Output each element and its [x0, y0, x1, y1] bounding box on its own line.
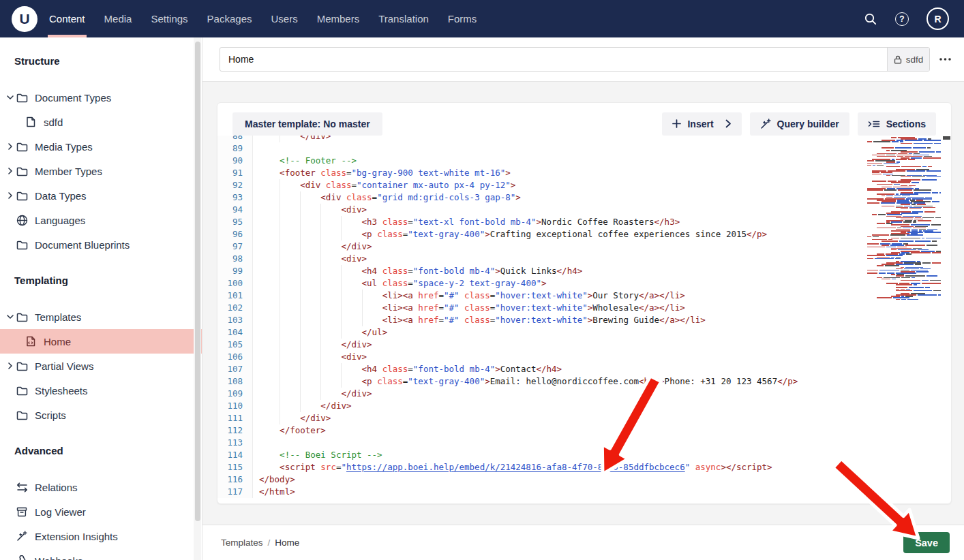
search-icon[interactable] [864, 12, 877, 26]
nav-item-translation[interactable]: Translation [369, 0, 438, 37]
code-line-101[interactable]: 101 <li><a href="#" class="hover:text-wh… [217, 290, 951, 302]
line-number: 92 [217, 179, 253, 191]
sidebar-item-document-blueprints[interactable]: Document Blueprints [0, 232, 202, 257]
page-header: sdfd [202, 37, 964, 82]
line-number: 100 [217, 277, 253, 290]
sidebar-item-extension-insights[interactable]: Extension Insights [0, 524, 202, 548]
code-line-92[interactable]: 92 <div class="container mx-auto px-4 py… [217, 179, 951, 191]
sidebar-item-media-types[interactable]: Media Types [0, 134, 202, 159]
sidebar-item-label: sdfd [44, 116, 63, 128]
chevron-right-icon[interactable] [5, 142, 15, 151]
sidebar-item-log-viewer[interactable]: Log Viewer [0, 499, 202, 524]
code-line-91[interactable]: 91 <footer class="bg-gray-900 text-white… [217, 167, 951, 179]
code-line-108[interactable]: 108 <p class="text-gray-400">Email: hell… [217, 375, 951, 388]
sidebar-item-stylesheets[interactable]: Stylesheets [0, 378, 202, 403]
code-line-99[interactable]: 99 <h4 class="font-bold mb-4">Quick Link… [217, 265, 951, 277]
sidebar-item-data-types[interactable]: Data Types [0, 183, 202, 208]
actions-kebab-button[interactable] [936, 49, 954, 69]
sidebar-item-templates[interactable]: Templates [0, 305, 202, 329]
sidebar-item-label: Home [44, 336, 71, 347]
sidebar-scrollbar-thumb[interactable] [195, 42, 200, 521]
chevron-right-icon[interactable] [5, 167, 15, 175]
template-name-input[interactable] [220, 48, 929, 71]
sidebar-item-scripts[interactable]: Scripts [0, 403, 202, 427]
code-line-115[interactable]: 115 <script src="https://app.boei.help/e… [217, 461, 951, 473]
code-line-96[interactable]: 96 <p class="text-gray-400">Crafting exc… [217, 228, 951, 240]
master-template-button[interactable]: Master template: No master [232, 112, 382, 136]
code-line-111[interactable]: 111 </div> [217, 412, 951, 424]
editor-scrollbar-thumb[interactable] [943, 136, 950, 140]
code-line-90[interactable]: 90 <!-- Footer --> [217, 155, 951, 167]
breadcrumb-templates[interactable]: Templates [221, 538, 263, 548]
line-number: 116 [217, 473, 253, 486]
insert-button[interactable]: Insert [662, 112, 741, 136]
sidebar-item-languages[interactable]: Languages [0, 208, 202, 232]
minimap[interactable] [866, 137, 941, 303]
code-line-106[interactable]: 106 <div> [217, 351, 951, 363]
code-line-116[interactable]: 116</body> [217, 473, 951, 486]
line-number: 114 [217, 449, 253, 461]
nav-item-content[interactable]: Content [40, 0, 95, 37]
sidebar-item-member-types[interactable]: Member Types [0, 159, 202, 183]
code-line-112[interactable]: 112 </footer> [217, 424, 951, 437]
master-template-label: Master template: No master [245, 119, 370, 129]
sidebar-scrollbar[interactable] [194, 37, 201, 560]
nav-item-members[interactable]: Members [307, 0, 370, 37]
sidebar-item-webhooks[interactable]: Webhooks [0, 548, 202, 560]
code-line-109[interactable]: 109 </div> [217, 388, 951, 400]
chevron-right-icon[interactable] [5, 191, 15, 200]
sidebar-item-sdfd[interactable]: sdfd [0, 110, 202, 134]
code-line-102[interactable]: 102 <li><a href="#" class="hover:text-wh… [217, 302, 951, 314]
code-line-104[interactable]: 104 </ul> [217, 326, 951, 339]
sidebar-item-label: Relations [35, 482, 78, 493]
sidebar-item-document-types[interactable]: Document Types [0, 85, 202, 110]
code-line-117[interactable]: 117</html> [217, 486, 951, 498]
code-line-97[interactable]: 97 </div> [217, 240, 951, 253]
code-editor[interactable]: 88 </div>8990 <!-- Footer -->91 <footer … [217, 136, 951, 502]
code-line-94[interactable]: 94 <div> [217, 204, 951, 216]
code-line-95[interactable]: 95 <h3 class="text-xl font-bold mb-4">No… [217, 216, 951, 228]
umbraco-logo[interactable]: U [12, 6, 37, 32]
code-line-89[interactable]: 89 [217, 142, 951, 155]
top-navigation-bar: U ContentMediaSettingsPackagesUsersMembe… [0, 0, 964, 37]
nav-item-settings[interactable]: Settings [141, 0, 197, 37]
code-line-98[interactable]: 98 <div> [217, 253, 951, 265]
chevron-right-icon[interactable] [5, 362, 15, 370]
code-line-100[interactable]: 100 <ul class="space-y-2 text-gray-400"> [217, 277, 951, 290]
folder-icon [16, 410, 28, 420]
nav-item-packages[interactable]: Packages [198, 0, 262, 37]
code-line-content: <div class="grid md:grid-cols-3 gap-8"> [253, 191, 521, 204]
line-number: 109 [217, 388, 253, 400]
code-line-88[interactable]: 88 </div> [217, 136, 951, 142]
line-number: 101 [217, 290, 253, 302]
chevron-down-icon[interactable] [5, 93, 15, 102]
avatar[interactable]: R [927, 7, 949, 30]
code-line-103[interactable]: 103 <li><a href="#" class="hover:text-wh… [217, 314, 951, 326]
code-line-105[interactable]: 105 </div> [217, 339, 951, 351]
code-line-content: </div> [253, 136, 331, 142]
folder-icon [16, 361, 28, 371]
code-line-content: <div class="container mx-auto px-4 py-12… [253, 179, 515, 191]
sidebar-item-home[interactable]: Home [0, 329, 202, 354]
nav-item-users[interactable]: Users [261, 0, 307, 37]
code-line-93[interactable]: 93 <div class="grid md:grid-cols-3 gap-8… [217, 191, 951, 204]
sidebar-item-label: Media Types [35, 141, 93, 153]
code-line-107[interactable]: 107 <h4 class="font-bold mb-4">Contact</… [217, 363, 951, 375]
help-icon[interactable]: ? [895, 12, 909, 26]
sections-button[interactable]: Sections [858, 112, 936, 136]
code-line-content: <!-- Boei Script --> [253, 449, 382, 461]
sidebar-item-relations[interactable]: Relations [0, 475, 202, 499]
chevron-down-icon[interactable] [5, 313, 15, 321]
code-line-114[interactable]: 114 <!-- Boei Script --> [217, 449, 951, 461]
code-line-110[interactable]: 110 </div> [217, 400, 951, 412]
sidebar-item-partial-views[interactable]: Partial Views [0, 354, 202, 378]
nav-item-forms[interactable]: Forms [438, 0, 487, 37]
save-button[interactable]: Save [903, 532, 950, 553]
line-number: 97 [217, 240, 253, 253]
code-line-113[interactable]: 113 [217, 437, 951, 449]
file-code-icon [25, 336, 37, 347]
query-builder-button[interactable]: Query builder [750, 112, 849, 136]
query-builder-label: Query builder [777, 119, 839, 129]
code-line-content: <div> [253, 253, 367, 265]
nav-item-media[interactable]: Media [95, 0, 142, 37]
